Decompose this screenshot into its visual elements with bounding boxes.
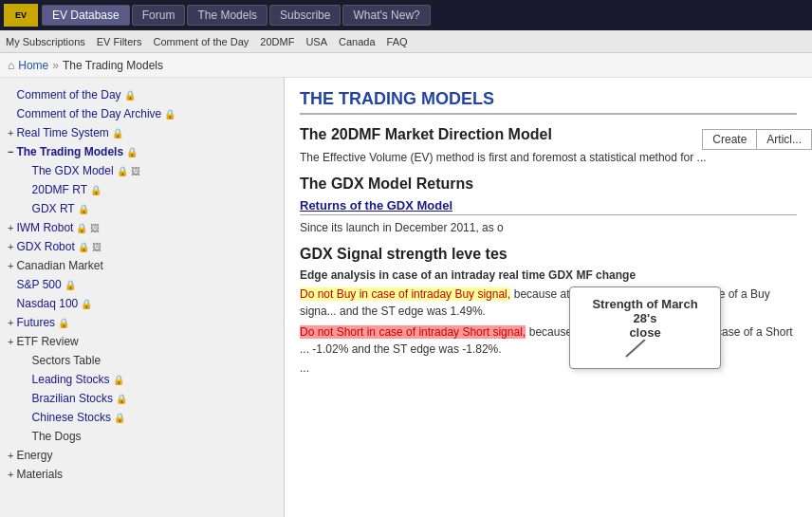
sidebar-item-trading-models[interactable]: − The Trading Models 🔒 (0, 142, 284, 161)
spacer-icon5 (23, 204, 28, 214)
sidebar-item-leading-stocks[interactable]: Leading Stocks 🔒 (0, 370, 284, 389)
tooltip-arrow-svg (617, 340, 674, 359)
expand-icon-canadian: + (8, 260, 13, 271)
section2-title: The GDX Model Returns (300, 175, 797, 193)
link-faq[interactable]: FAQ (387, 36, 408, 47)
content-area: THE TRADING MODELS The 20DMF Market Dire… (285, 78, 812, 517)
link-comment-day[interactable]: Comment of the Day (153, 36, 249, 47)
svg-line-0 (626, 340, 645, 357)
lock-icon-gdx-rt: 🔒 (78, 204, 89, 214)
lock-icon-trading-models: 🔒 (126, 147, 138, 157)
link-my-subscriptions[interactable]: My Subscriptions (6, 36, 85, 47)
sidebar-label-brazilian: Brazilian Stocks (32, 392, 113, 405)
tooltip-line1: Strength of March 28's (592, 297, 697, 325)
nav-models[interactable]: The Models (187, 5, 268, 26)
spacer-sectors (23, 356, 28, 366)
sidebar-label-leading: Leading Stocks (32, 373, 110, 386)
spacer-icon3 (23, 166, 28, 176)
sidebar-item-gdx-rt[interactable]: GDX RT 🔒 (0, 199, 284, 218)
sidebar-label-canadian: Canadian Market (16, 259, 102, 272)
sidebar-label-comment-day: Comment of the Day (17, 88, 121, 102)
img-icon-gdx-model: 🖼 (131, 166, 140, 176)
lock-icon-real-time: 🔒 (112, 128, 123, 138)
spacer-leading (23, 375, 28, 385)
sidebar-item-gdx-robot[interactable]: + GDX Robot 🔒 🖼 (0, 237, 284, 256)
img-icon-gdx-robot: 🖼 (92, 242, 102, 252)
sidebar-item-iwm-robot[interactable]: + IWM Robot 🔒 🖼 (0, 218, 284, 237)
sidebar-item-etf-review[interactable]: + ETF Review (0, 332, 284, 351)
sidebar-item-sp500[interactable]: S&P 500 🔒 (0, 275, 284, 294)
expand-icon-etf: + (8, 336, 13, 347)
spacer-icon2 (8, 109, 13, 120)
page-title: THE TRADING MODELS (300, 89, 797, 115)
expand-icon-energy: + (8, 450, 13, 461)
lock-icon-gdx-robot: 🔒 (78, 242, 89, 252)
sidebar-label-energy: Energy (16, 449, 52, 462)
lock-icon-futures: 🔒 (58, 318, 69, 328)
sidebar-label-iwm: IWM Robot (16, 221, 73, 234)
sidebar-label-sp500: S&P 500 (17, 278, 62, 291)
expand-icon-real-time: + (8, 127, 13, 138)
spacer-dogs (23, 432, 28, 442)
section2-subtitle[interactable]: Returns of the GDX Model (300, 198, 797, 215)
sidebar-item-sectors-table[interactable]: Sectors Table (0, 351, 284, 370)
sidebar-label-nasdaq100: Nasdaq 100 (17, 297, 79, 310)
sidebar-label-trading-models: The Trading Models (16, 145, 123, 158)
breadcrumb: Home » The Trading Models (0, 53, 812, 78)
nav-ev-database[interactable]: EV Database (42, 5, 130, 26)
sidebar-label-the-dogs: The Dogs (32, 430, 82, 443)
sidebar-item-real-time[interactable]: + Real Time System 🔒 (0, 123, 284, 142)
sidebar-item-gdx-model[interactable]: The GDX Model 🔒 🖼 (0, 161, 284, 180)
lock-icon-comment-day: 🔒 (124, 90, 136, 101)
sidebar-item-futures[interactable]: + Futures 🔒 (0, 313, 284, 332)
secondary-navbar: My Subscriptions EV Filters Comment of t… (0, 30, 812, 53)
sidebar-item-comment-archive[interactable]: Comment of the Day Archive 🔒 (0, 104, 284, 123)
sidebar-item-chinese-stocks[interactable]: Chinese Stocks 🔒 (0, 408, 284, 427)
sidebar-item-comment-day[interactable]: Comment of the Day 🔒 (0, 85, 284, 104)
section1-text: The Effective Volume (EV) method is firs… (300, 149, 797, 166)
sidebar-label-gdx-robot: GDX Robot (16, 240, 74, 253)
link-usa[interactable]: USA (305, 36, 327, 47)
link-20dmf[interactable]: 20DMF (260, 36, 294, 47)
highlight-text-1: Do not Buy in case of intraday Buy signa… (300, 287, 510, 301)
img-icon-iwm: 🖼 (90, 223, 100, 233)
section3-title: GDX Signal strength leve tes (300, 246, 797, 263)
nav-forum[interactable]: Forum (132, 5, 186, 26)
sidebar-item-the-dogs[interactable]: The Dogs (0, 427, 284, 446)
expand-icon-trading-models: − (8, 146, 13, 157)
lock-icon-20dmf-rt: 🔒 (90, 185, 102, 195)
sidebar-item-20dmf-rt[interactable]: 20DMF RT 🔒 (0, 180, 284, 199)
breadcrumb-current: The Trading Models (63, 59, 163, 72)
lock-icon-archive: 🔒 (164, 109, 175, 120)
sidebar-label-etf: ETF Review (16, 335, 78, 348)
sidebar-label-futures: Futures (16, 316, 55, 329)
spacer-chinese (23, 413, 28, 423)
lock-icon-chinese: 🔒 (114, 413, 125, 423)
nav-whats-new[interactable]: What's New? (342, 5, 430, 26)
sidebar-item-canadian-market[interactable]: + Canadian Market (0, 256, 284, 275)
sidebar-item-brazilian-stocks[interactable]: Brazilian Stocks 🔒 (0, 389, 284, 408)
sidebar-label-comment-archive: Comment of the Day Archive (17, 107, 162, 120)
spacer-icon (8, 90, 13, 101)
breadcrumb-home[interactable]: Home (18, 59, 48, 72)
sidebar-item-energy[interactable]: + Energy (0, 446, 284, 465)
link-canada[interactable]: Canada (339, 36, 376, 47)
highlight-row2: Do not Short in case of intraday Short s… (300, 323, 797, 358)
sidebar-item-nasdaq100[interactable]: Nasdaq 100 🔒 (0, 294, 284, 313)
section1-title: The 20DMF Market Direction Model (300, 126, 797, 143)
lock-icon-nasdaq: 🔒 (81, 299, 92, 309)
link-ev-filters[interactable]: EV Filters (97, 36, 142, 47)
sidebar-item-materials[interactable]: + Materials (0, 465, 284, 484)
lock-icon-iwm: 🔒 (76, 223, 87, 233)
tooltip-line2: close (629, 325, 660, 340)
expand-icon-materials: + (8, 469, 13, 480)
nav-subscribe[interactable]: Subscribe (269, 5, 341, 26)
breadcrumb-separator: » (52, 59, 59, 72)
sidebar-label-chinese: Chinese Stocks (32, 411, 111, 424)
ellipsis: ... (300, 361, 797, 375)
lock-icon-sp500: 🔒 (65, 280, 76, 290)
tooltip-bubble: Strength of March 28's close (569, 286, 721, 369)
lock-icon-gdx-model: 🔒 (117, 166, 128, 176)
lock-icon-leading: 🔒 (113, 375, 124, 385)
expand-icon-iwm: + (8, 222, 13, 233)
